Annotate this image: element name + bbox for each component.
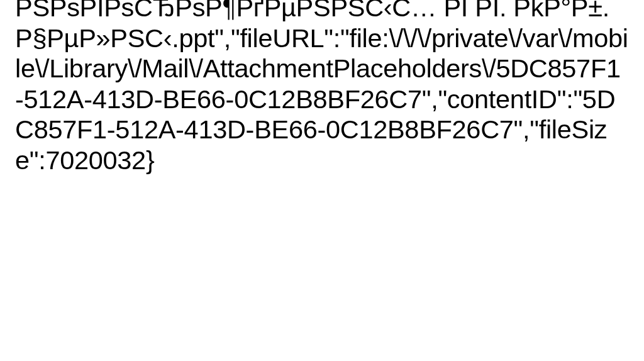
document-content: PSPsPIPsCЂPsP¶PґPµPSPSC‹C… PI PI. PkP°P±…: [0, 0, 644, 175]
body-text: PSPsPIPsCЂPsP¶PґPµPSPSC‹C… PI PI. PkP°P±…: [15, 0, 629, 175]
